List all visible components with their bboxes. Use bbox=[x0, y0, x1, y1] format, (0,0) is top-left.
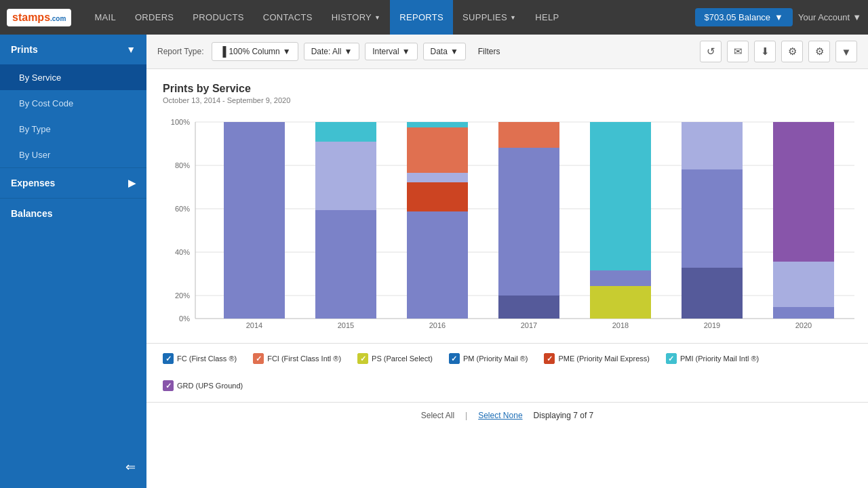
bar-2016-fc-light[interactable] bbox=[407, 173, 468, 182]
sidebar-item-by-service[interactable]: By Service bbox=[0, 64, 146, 90]
filters-label: Filters bbox=[478, 47, 500, 56]
legend-grd-checkbox[interactable]: ✓ bbox=[163, 380, 174, 391]
chart-title: Prints by Service bbox=[163, 83, 852, 95]
chart-subtitle: October 13, 2014 - September 9, 2020 bbox=[163, 96, 852, 104]
bar-2016-pm[interactable] bbox=[407, 211, 468, 319]
bar-2016-pme[interactable] bbox=[407, 182, 468, 211]
filters-button[interactable]: Filters bbox=[471, 43, 507, 60]
select-all-link[interactable]: Select All bbox=[421, 411, 454, 420]
bar-2015-fc-light[interactable] bbox=[315, 142, 376, 210]
report-type-value: 100% Column bbox=[229, 47, 279, 56]
select-none-link[interactable]: Select None bbox=[478, 411, 522, 420]
footer-separator: | bbox=[465, 411, 467, 420]
legend-pmi[interactable]: ✓ PMI (Priority Mail Intl ®) bbox=[666, 353, 759, 364]
download-icon: ⬇ bbox=[761, 45, 770, 58]
legend-pm[interactable]: ✓ PM (Priority Mail ®) bbox=[449, 353, 528, 364]
top-navigation: stamps.com MAIL ORDERS PRODUCTS CONTACTS… bbox=[0, 0, 868, 35]
x-label-2014: 2014 bbox=[246, 321, 262, 329]
sidebar-item-by-type[interactable]: By Type bbox=[0, 116, 146, 142]
settings-button[interactable]: ⚙ bbox=[808, 41, 830, 62]
legend-fci-checkbox[interactable]: ✓ bbox=[253, 353, 264, 364]
nav-products[interactable]: PRODUCTS bbox=[183, 0, 253, 35]
legend-fc[interactable]: ✓ FC (First Class ®) bbox=[163, 353, 237, 364]
bar-2017-pm[interactable] bbox=[498, 148, 559, 296]
download-button[interactable]: ⬇ bbox=[754, 41, 776, 62]
email-button[interactable]: ✉ bbox=[727, 41, 749, 62]
date-label: Date: All bbox=[311, 47, 342, 56]
legend-ps-checkbox[interactable]: ✓ bbox=[357, 353, 368, 364]
nav-help[interactable]: HELP bbox=[526, 0, 568, 35]
nav-mail[interactable]: MAIL bbox=[85, 0, 125, 35]
bar-2016-pmi[interactable] bbox=[407, 122, 468, 127]
bar-2017-fci[interactable] bbox=[498, 122, 559, 148]
sidebar-item-by-cost-code[interactable]: By Cost Code bbox=[0, 90, 146, 116]
y-label-40: 40% bbox=[175, 248, 190, 256]
bar-2015-pm[interactable] bbox=[315, 210, 376, 319]
bar-2018-pmi[interactable] bbox=[590, 122, 651, 270]
bar-2015-pmi[interactable] bbox=[315, 122, 376, 142]
nav-reports[interactable]: REPORTS bbox=[390, 0, 453, 35]
nav-orders[interactable]: ORDERS bbox=[125, 0, 183, 35]
sidebar-collapse-area: ⇐ bbox=[0, 460, 146, 474]
bar-2019-fc-dark[interactable] bbox=[682, 268, 743, 319]
chart-wrapper: 100% 80% 60% 40% 20% 0% bbox=[163, 113, 852, 329]
legend-pm-label: PM (Priority Mail ®) bbox=[463, 354, 528, 363]
legend-pm-checkbox[interactable]: ✓ bbox=[449, 353, 460, 364]
legend-grd-label: GRD (UPS Ground) bbox=[177, 382, 243, 390]
legend-pme-label: PME (Priority Mail Express) bbox=[558, 354, 649, 363]
data-label: Data bbox=[431, 47, 448, 56]
bar-2016-fci[interactable] bbox=[407, 127, 468, 173]
data-arrow-icon: ▼ bbox=[450, 47, 458, 56]
legend-fci[interactable]: ✓ FCI (First Class Intl ®) bbox=[253, 353, 341, 364]
checkmark-icon-pm: ✓ bbox=[451, 354, 457, 363]
legend-pmi-checkbox[interactable]: ✓ bbox=[666, 353, 677, 364]
bar-2020-fc-light[interactable] bbox=[773, 262, 834, 307]
bar-2018-ps[interactable] bbox=[590, 286, 651, 319]
legend-fc-checkbox[interactable]: ✓ bbox=[163, 353, 174, 364]
more-button[interactable]: ▼ bbox=[835, 41, 857, 62]
x-label-2020: 2020 bbox=[795, 321, 812, 329]
bar-2014-fc[interactable] bbox=[224, 122, 285, 319]
balance-amount: $703.05 Balance bbox=[705, 12, 771, 22]
bar-2018-pm[interactable] bbox=[590, 270, 651, 286]
interval-selector[interactable]: Interval ▼ bbox=[365, 43, 417, 60]
report-type-label: Report Type: bbox=[157, 47, 203, 56]
report-type-selector[interactable]: ▐ 100% Column ▼ bbox=[212, 42, 298, 61]
sidebar-section-expenses[interactable]: Expenses ▶ bbox=[0, 168, 146, 198]
supplies-arrow-icon: ▼ bbox=[510, 14, 516, 21]
bar-2019-fc-light[interactable] bbox=[682, 122, 743, 169]
date-selector[interactable]: Date: All ▼ bbox=[304, 43, 360, 60]
share-icon: ⚙ bbox=[788, 45, 797, 58]
nav-right: $703.05 Balance ▼ Your Account ▼ bbox=[695, 8, 861, 26]
checkmark-icon-pmi: ✓ bbox=[668, 354, 674, 363]
nav-supplies[interactable]: SUPPLIES ▼ bbox=[453, 0, 526, 35]
sidebar-item-by-user[interactable]: By User bbox=[0, 142, 146, 167]
x-label-2019: 2019 bbox=[704, 321, 720, 329]
sidebar-section-prints[interactable]: Prints ▼ bbox=[0, 35, 146, 64]
displaying-count: Displaying 7 of 7 bbox=[534, 411, 594, 420]
bar-2020-grd[interactable] bbox=[773, 122, 834, 262]
your-account-menu[interactable]: Your Account ▼ bbox=[798, 12, 861, 22]
account-arrow-icon: ▼ bbox=[852, 12, 861, 22]
nav-contacts[interactable]: CONTACTS bbox=[254, 0, 322, 35]
checkmark-icon-ps: ✓ bbox=[360, 354, 366, 363]
refresh-button[interactable]: ↺ bbox=[700, 41, 722, 62]
data-selector[interactable]: Data ▼ bbox=[423, 43, 466, 60]
sidebar: Prints ▼ By Service By Cost Code By Type… bbox=[0, 35, 146, 488]
main-layout: Prints ▼ By Service By Cost Code By Type… bbox=[0, 35, 868, 488]
x-label-2018: 2018 bbox=[612, 321, 629, 329]
bar-2020-pm[interactable] bbox=[773, 307, 834, 319]
logo[interactable]: stamps.com bbox=[7, 9, 71, 26]
expenses-expand-icon: ▶ bbox=[128, 178, 136, 188]
balance-button[interactable]: $703.05 Balance ▼ bbox=[695, 8, 793, 26]
nav-history[interactable]: HISTORY ▼ bbox=[322, 0, 391, 35]
legend-pme[interactable]: ✓ PME (Priority Mail Express) bbox=[544, 353, 649, 364]
bar-2017-fc-dark[interactable] bbox=[498, 296, 559, 319]
legend-pme-checkbox[interactable]: ✓ bbox=[544, 353, 555, 364]
share-button[interactable]: ⚙ bbox=[781, 41, 803, 62]
bar-2019-pm[interactable] bbox=[682, 169, 743, 268]
sidebar-section-balances[interactable]: Balances bbox=[0, 199, 146, 228]
sidebar-collapse-icon[interactable]: ⇐ bbox=[125, 460, 136, 474]
legend-ps[interactable]: ✓ PS (Parcel Select) bbox=[357, 353, 433, 364]
legend-grd[interactable]: ✓ GRD (UPS Ground) bbox=[163, 380, 243, 391]
